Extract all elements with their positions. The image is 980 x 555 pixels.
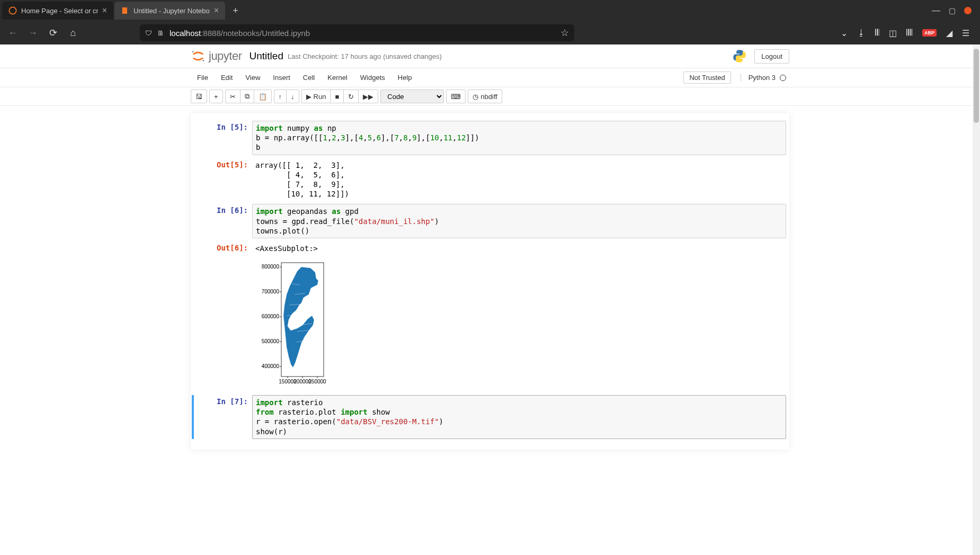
new-tab-button[interactable]: + bbox=[226, 5, 245, 16]
ytick: 600000 bbox=[262, 314, 280, 319]
copy-icon: ⧉ bbox=[245, 92, 250, 101]
arrow-up-icon: ↑ bbox=[279, 93, 282, 101]
back-button[interactable]: ← bbox=[6, 28, 19, 39]
minimize-icon[interactable]: — bbox=[932, 6, 940, 15]
code-input[interactable]: import geopandas as gpd towns = gpd.read… bbox=[252, 204, 786, 238]
restart-run-all-button[interactable]: ▶▶ bbox=[358, 89, 378, 103]
clock-icon: ◷ bbox=[473, 93, 478, 101]
move-down-button[interactable]: ↓ bbox=[286, 89, 299, 103]
tab-title: Home Page - Select or cre bbox=[21, 7, 98, 15]
output-prompt: Out[6]: bbox=[194, 241, 252, 255]
logout-button[interactable]: Logout bbox=[754, 49, 789, 64]
xtick: 250000 bbox=[308, 379, 326, 384]
nbdiff-button[interactable]: ◷ nbdiff bbox=[468, 89, 502, 103]
insert-cell-button[interactable]: + bbox=[209, 89, 223, 103]
fast-forward-icon: ▶▶ bbox=[363, 93, 373, 101]
code-cell[interactable]: In [7]: import rasterio from rasterio.pl… bbox=[192, 395, 786, 439]
output-cell: Out[5]: array([[ 1, 2, 3], [ 4, 5, 6], [… bbox=[194, 158, 786, 201]
abp-badge[interactable]: ABP bbox=[922, 29, 937, 37]
svg-point-3 bbox=[202, 60, 204, 61]
map-plot: 800000 700000 600000 500000 400000 15000… bbox=[252, 258, 390, 390]
code-input[interactable]: import numpy as np b = np.array([[1,2,3]… bbox=[252, 121, 786, 155]
downloads-icon[interactable]: ⭳ bbox=[857, 28, 866, 38]
menu-file[interactable]: File bbox=[191, 70, 215, 85]
ytick: 800000 bbox=[262, 264, 280, 270]
ytick: 400000 bbox=[262, 363, 280, 369]
svg-point-0 bbox=[9, 7, 16, 14]
close-icon[interactable]: × bbox=[102, 6, 107, 15]
trust-indicator[interactable]: Not Trusted bbox=[683, 71, 730, 84]
input-prompt: In [5]: bbox=[194, 121, 252, 155]
url-text: localhost:8888/notebooks/Untitled.ipynb bbox=[170, 29, 310, 38]
browser-chrome: Home Page - Select or cre × Untitled - J… bbox=[0, 0, 980, 44]
close-icon[interactable]: × bbox=[214, 6, 219, 15]
reload-button[interactable]: ⟳ bbox=[47, 27, 59, 39]
paste-button[interactable]: 📋 bbox=[254, 89, 272, 103]
scrollbar-thumb[interactable] bbox=[974, 49, 979, 123]
code-input[interactable]: import rasterio from rasterio.plot impor… bbox=[252, 395, 786, 439]
ext-icon[interactable]: ◢ bbox=[946, 28, 952, 38]
copy-button[interactable]: ⧉ bbox=[240, 89, 254, 103]
output-prompt: Out[5]: bbox=[194, 158, 252, 201]
plus-icon: + bbox=[214, 93, 218, 101]
menubar: File Edit View Insert Cell Kernel Widget… bbox=[191, 68, 789, 87]
jupyter-logo[interactable]: jupyter bbox=[191, 49, 242, 64]
forward-button[interactable]: → bbox=[26, 28, 39, 39]
cell-type-select[interactable]: Code bbox=[380, 89, 444, 103]
page-info-icon[interactable]: 🗎 bbox=[157, 29, 164, 37]
tab-bar: Home Page - Select or cre × Untitled - J… bbox=[0, 0, 980, 21]
cut-button[interactable]: ✂ bbox=[225, 89, 240, 103]
stop-icon: ■ bbox=[335, 93, 339, 101]
jupyter-header: jupyter Untitled Last Checkpoint: 17 hou… bbox=[191, 44, 789, 68]
menu-widgets[interactable]: Widgets bbox=[354, 70, 391, 85]
kernel-indicator[interactable]: Python 3 bbox=[741, 74, 789, 82]
kernel-idle-icon bbox=[780, 75, 786, 81]
notebook-name[interactable]: Untitled bbox=[250, 50, 283, 62]
toolbar: 🖫 + ✂ ⧉ 📋 ↑ ↓ ▶ Run ■ ↻ ▶▶ Code ⌨ ◷ nbdi… bbox=[191, 87, 789, 105]
menu-icon[interactable]: ☰ bbox=[962, 28, 969, 38]
ytick: 700000 bbox=[262, 289, 280, 294]
library-icon[interactable]: 𝄃𝄃 bbox=[875, 28, 879, 38]
browser-tab-home[interactable]: Home Page - Select or cre × bbox=[2, 2, 113, 20]
window-close-icon[interactable] bbox=[964, 7, 972, 14]
bookmark-icon[interactable]: ☆ bbox=[560, 27, 569, 39]
menu-insert[interactable]: Insert bbox=[266, 70, 297, 85]
arrow-down-icon: ↓ bbox=[291, 93, 295, 101]
scrollbar[interactable] bbox=[973, 44, 980, 555]
maximize-icon[interactable]: ▢ bbox=[949, 6, 956, 15]
menubar-wrap: File Edit View Insert Cell Kernel Widget… bbox=[0, 68, 980, 87]
menu-help[interactable]: Help bbox=[391, 70, 418, 85]
command-palette-button[interactable]: ⌨ bbox=[446, 89, 466, 103]
move-up-button[interactable]: ↑ bbox=[274, 89, 287, 103]
tab-title: Untitled - Jupyter Notebo bbox=[133, 7, 210, 15]
pocket-icon[interactable]: ⌄ bbox=[841, 28, 848, 38]
output-cell: Out[6]: <AxesSubplot:> bbox=[194, 241, 786, 255]
save-button[interactable]: 🖫 bbox=[191, 89, 207, 103]
code-cell[interactable]: In [5]: import numpy as np b = np.array(… bbox=[194, 121, 786, 155]
toolbar-wrap: 🖫 + ✂ ⧉ 📋 ↑ ↓ ▶ Run ■ ↻ ▶▶ Code ⌨ ◷ nbdi… bbox=[0, 87, 980, 106]
unsaved-status: (unsaved changes) bbox=[383, 52, 442, 60]
menu-edit[interactable]: Edit bbox=[215, 70, 239, 85]
sidebar-icon[interactable]: ◫ bbox=[889, 28, 897, 38]
ytick: 500000 bbox=[262, 338, 280, 344]
plot-output: 800000 700000 600000 500000 400000 15000… bbox=[252, 258, 786, 390]
home-button[interactable]: ⌂ bbox=[67, 28, 79, 39]
menu-kernel[interactable]: Kernel bbox=[321, 70, 354, 85]
restart-button[interactable]: ↻ bbox=[343, 89, 358, 103]
input-prompt: In [6]: bbox=[194, 204, 252, 238]
run-label: Run bbox=[314, 93, 326, 101]
menu-view[interactable]: View bbox=[239, 70, 266, 85]
code-cell[interactable]: In [6]: import geopandas as gpd towns = … bbox=[194, 204, 786, 238]
interrupt-button[interactable]: ■ bbox=[330, 89, 343, 103]
keyboard-icon: ⌨ bbox=[451, 93, 461, 101]
url-bar[interactable]: 🛡 🗎 localhost:8888/notebooks/Untitled.ip… bbox=[140, 24, 574, 41]
browser-tab-notebook[interactable]: Untitled - Jupyter Notebo × bbox=[114, 2, 225, 20]
jupyter-logo-icon bbox=[191, 49, 206, 64]
run-button[interactable]: ▶ Run bbox=[301, 89, 331, 103]
jupyter-logo-text: jupyter bbox=[209, 49, 242, 63]
output-text: array([[ 1, 2, 3], [ 4, 5, 6], [ 7, 8, 9… bbox=[252, 158, 786, 201]
menu-cell[interactable]: Cell bbox=[297, 70, 321, 85]
shield-icon[interactable]: 🛡 bbox=[145, 29, 152, 37]
jupyter-page: jupyter Untitled Last Checkpoint: 17 hou… bbox=[0, 44, 980, 555]
grid-icon[interactable]: 𝄃𝄃𝄃 bbox=[906, 28, 913, 38]
